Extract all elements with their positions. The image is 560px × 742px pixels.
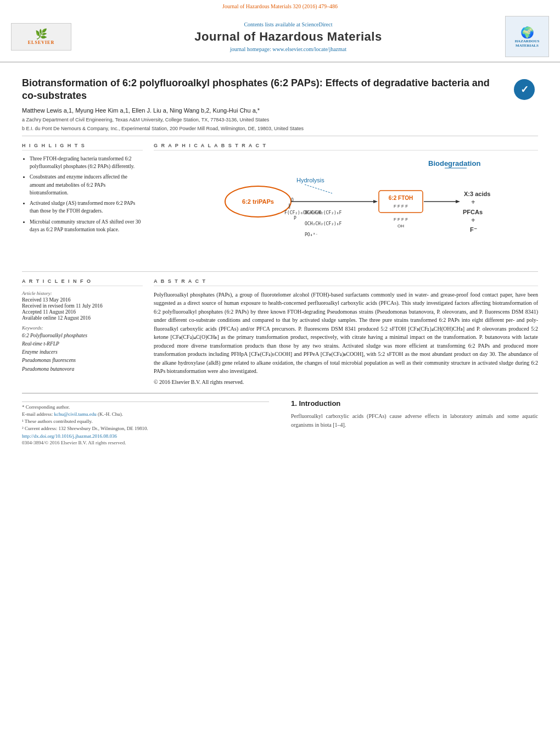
- introduction-text: Perfluoroalkyl carboxylic acids (PFCAs) …: [291, 412, 538, 429]
- journal-reference-bar: Journal of Hazardous Materials 320 (2016…: [0, 0, 560, 12]
- keyword-5: Pseudomona butanovora: [22, 365, 143, 373]
- revised-date: Received in revised form 11 July 2016: [22, 303, 143, 309]
- svg-marker-14: [373, 200, 378, 203]
- svg-text:PFCAs: PFCAs: [463, 209, 483, 215]
- crossmark-icon: ✓: [514, 79, 535, 100]
- article-title: Biotransformation of 6:2 polyfluoroalkyl…: [22, 77, 505, 103]
- homepage-label: journal homepage:: [230, 46, 271, 52]
- highlights-label: H I G H L I G H T S: [22, 143, 143, 150]
- doi-link[interactable]: http://dx.doi.org/10.1016/j.jhazmat.2016…: [22, 433, 269, 439]
- article-title-text-area: Biotransformation of 6:2 polyfluoroalkyl…: [22, 77, 505, 131]
- highlight-item-2: Cosubstrates and enzyme inducers affecte…: [30, 173, 143, 197]
- svg-line-5: [305, 185, 332, 193]
- email-link[interactable]: kchu@civil.tamu.edu: [54, 411, 96, 417]
- corresponding-label: * Corresponding author.: [22, 404, 70, 410]
- note-1: ¹ These authors contributed equally.: [22, 419, 269, 424]
- footnote-divider: [22, 401, 269, 402]
- crossmark-area: ✓: [511, 77, 538, 102]
- footer-notes-section: * Corresponding author. E-mail address: …: [22, 393, 538, 451]
- article-history-label: Article history:: [22, 291, 143, 296]
- svg-text:F F F F: F F F F: [394, 217, 408, 222]
- available-date: Available online 12 August 2016: [22, 315, 143, 321]
- keywords-label: Keywords:: [22, 325, 143, 331]
- note-2: ² Current address: 132 Shrewsbury Dr., W…: [22, 426, 269, 431]
- graphical-abstract-diagram: Biodegradation 6:2 triPAPs Hydrolysis O …: [154, 155, 538, 265]
- keyword-4: Pseudomonas fluorescens: [22, 356, 143, 365]
- hazardous-logo: 🌍 HAZARDOUS MATERIALS: [505, 16, 549, 57]
- elsevier-tree-icon: 🌿: [35, 28, 47, 40]
- affiliation-a: a Zachry Department of Civil Engineering…: [22, 117, 505, 122]
- hazardous-text1: HAZARDOUS: [515, 39, 540, 43]
- journal-homepage: journal homepage: www.elsevier.com/locat…: [77, 46, 500, 52]
- doi-text: http://dx.doi.org/10.1016/j.jhazmat.2016…: [22, 433, 117, 439]
- sciencedirect-link[interactable]: ScienceDirect: [301, 21, 332, 27]
- svg-text:║: ║: [288, 203, 291, 209]
- keyword-1: 6:2 Polyfluoroalkyl phosphates: [22, 332, 143, 340]
- elsevier-text: ELSEVIER: [28, 40, 54, 45]
- svg-text:OCH₂CH₂(CF₂)₆F: OCH₂CH₂(CF₂)₆F: [305, 210, 342, 215]
- footer-right-column: 1. Introduction Perfluoroalkyl carboxyli…: [291, 399, 538, 445]
- keyword-2: Real-time t-RFLP: [22, 340, 143, 348]
- keywords-list: 6:2 Polyfluoroalkyl phosphates Real-time…: [22, 332, 143, 373]
- svg-rect-15: [379, 191, 423, 213]
- graphical-abstract-svg: Biodegradation 6:2 triPAPs Hydrolysis O …: [154, 155, 538, 265]
- email-label: E-mail address:: [22, 411, 53, 417]
- highlight-item-1: Three FTOH-degrading bacteria transforme…: [30, 155, 143, 171]
- svg-text:Hydrolysis: Hydrolysis: [296, 177, 324, 183]
- svg-marker-21: [456, 200, 460, 203]
- svg-text:F F F F: F F F F: [394, 204, 408, 209]
- hazardous-logo-area: 🌍 HAZARDOUS MATERIALS: [500, 16, 549, 57]
- elsevier-logo-area: 🌿 ELSEVIER: [11, 23, 77, 51]
- homepage-link[interactable]: www.elsevier.com/locate/jhazmat: [272, 46, 346, 52]
- highlight-item-3: Activated sludge (AS) transformed more 6…: [30, 199, 143, 215]
- hazardous-globe-icon: 🌍: [520, 26, 534, 39]
- svg-text:+: +: [471, 198, 475, 206]
- accepted-date: Accepted 11 August 2016: [22, 309, 143, 315]
- svg-text:PO₄³⁻: PO₄³⁻: [305, 232, 318, 237]
- svg-text:6:2 FTOH: 6:2 FTOH: [389, 195, 413, 201]
- footer-left-column: * Corresponding author. E-mail address: …: [22, 399, 269, 445]
- abstract-text: Polyfluoroalkyl phosphates (PAPs), a gro…: [154, 291, 538, 376]
- article-authors: Matthew Lewis a,1, Myung Hee Kim a,1, El…: [22, 107, 505, 114]
- article-info-section: A R T I C L E I N F O Article history: R…: [22, 272, 538, 394]
- svg-text:P: P: [294, 216, 296, 221]
- graphical-abstract-label: G R A P H I C A L A B S T R A C T: [154, 143, 538, 150]
- corresponding-author-note: * Corresponding author.: [22, 404, 269, 410]
- contents-line: Contents lists available at ScienceDirec…: [77, 21, 500, 27]
- email-note: E-mail address: kchu@civil.tamu.edu (K.-…: [22, 411, 269, 417]
- svg-text:+: +: [471, 216, 475, 224]
- article-info-label: A R T I C L E I N F O: [22, 278, 143, 286]
- svg-text:6:2 triPAPs: 6:2 triPAPs: [242, 198, 274, 205]
- abstract-label: A B S T R A C T: [154, 278, 538, 286]
- svg-text:X:3 acids: X:3 acids: [464, 191, 490, 197]
- journal-header: 🌿 ELSEVIER Contents lists available at S…: [0, 12, 560, 63]
- received-date: Received 13 May 2016: [22, 297, 143, 303]
- article-info-column: A R T I C L E I N F O Article history: R…: [22, 278, 143, 387]
- journal-reference-text: Journal of Hazardous Materials 320 (2016…: [222, 3, 338, 9]
- highlights-column: H I G H L I G H T S Three FTOH-degrading…: [22, 143, 143, 265]
- highlight-item-4: Microbial community structure of AS shif…: [30, 218, 143, 234]
- elsevier-logo: 🌿 ELSEVIER: [11, 23, 71, 51]
- journal-header-center: Contents lists available at ScienceDirec…: [77, 21, 500, 52]
- svg-text:OH: OH: [397, 224, 404, 228]
- graphical-abstract-column: G R A P H I C A L A B S T R A C T Biodeg…: [154, 143, 538, 265]
- abstract-copyright: © 2016 Elsevier B.V. All rights reserved…: [154, 378, 538, 387]
- journal-title: Journal of Hazardous Materials: [77, 30, 500, 44]
- keyword-3: Enzyme inducers: [22, 348, 143, 356]
- svg-text:Biodegradation: Biodegradation: [428, 159, 480, 168]
- introduction-heading: 1. Introduction: [291, 399, 538, 408]
- email-suffix: (K.-H. Chu).: [98, 411, 123, 417]
- highlights-graphical-section: H I G H L I G H T S Three FTOH-degrading…: [22, 136, 538, 272]
- main-content: Biotransformation of 6:2 polyfluoroalkyl…: [0, 63, 560, 462]
- affiliation-b: b E.I. du Pont De Nemours & Company, Inc…: [22, 126, 505, 131]
- svg-text:F⁻: F⁻: [470, 226, 477, 233]
- contents-label: Contents lists available at: [244, 21, 300, 27]
- abstract-column: A B S T R A C T Polyfluoroalkyl phosphat…: [154, 278, 538, 387]
- hazardous-text2: MATERIALS: [516, 43, 539, 48]
- doi-copyright: 0304-3894/© 2016 Elsevier B.V. All right…: [22, 440, 269, 445]
- highlights-list: Three FTOH-degrading bacteria transforme…: [22, 155, 143, 233]
- article-title-section: Biotransformation of 6:2 polyfluoroalkyl…: [22, 68, 538, 136]
- svg-text:OCH₂CH₂(CF₂)₆F: OCH₂CH₂(CF₂)₆F: [305, 221, 342, 226]
